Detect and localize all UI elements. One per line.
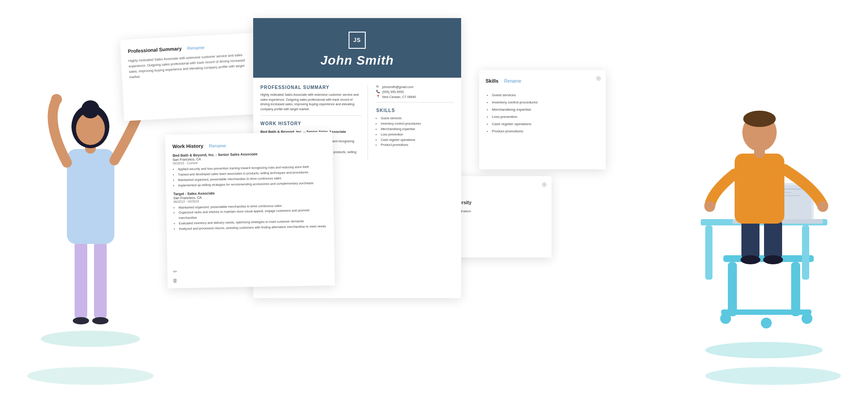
svg-point-33 [741, 255, 760, 264]
ps-section-title: Professional Summary [260, 85, 361, 90]
scene: Professional Summary Rename Highly motiv… [0, 0, 868, 412]
skill5: Cash register operations [381, 137, 454, 143]
svg-rect-16 [728, 262, 737, 316]
initials-text: JS [354, 37, 361, 43]
contact-phone: 📞 (555) 555-5555 [376, 90, 454, 94]
skills-rename-link[interactable]: Rename [504, 79, 521, 84]
skills-card: ⊕ Skills Rename Guest services Inventory… [479, 70, 606, 169]
summary-card: Professional Summary Rename Highly motiv… [120, 33, 264, 121]
skills-item-1: Guest services [492, 92, 612, 99]
svg-point-39 [817, 201, 828, 212]
svg-rect-18 [721, 309, 811, 315]
skills-item-6: Product promotions [492, 128, 612, 135]
svg-rect-32 [764, 219, 782, 260]
skills-item-3: Merchandising expertise [492, 106, 612, 113]
svg-point-21 [802, 313, 812, 324]
wh-job1-bullets: Applied security and loss prevention tra… [173, 164, 326, 188]
svg-rect-5 [67, 149, 114, 244]
work-card-title: Work History [172, 143, 203, 149]
skills-list: Guest services Inventory control procedu… [486, 89, 612, 188]
woman-shadow [27, 367, 154, 385]
resume-name: John Smith [262, 53, 452, 68]
man-shadow [705, 367, 841, 385]
skill2: Inventory control procedures [381, 121, 454, 126]
contact-location: 📍 New Canaan, CT 06840 [376, 95, 454, 98]
svg-point-20 [761, 318, 772, 328]
svg-rect-17 [791, 262, 800, 316]
svg-point-38 [743, 111, 776, 127]
main-resume-header: JS John Smith [253, 18, 461, 78]
skills-item-4: Loss prevention [492, 113, 612, 121]
skills-card-title: Skills [486, 78, 499, 84]
svg-point-19 [720, 313, 731, 324]
location-text: New Canaan, CT 06840 [382, 95, 416, 98]
svg-point-4 [92, 317, 108, 324]
svg-rect-24 [802, 225, 809, 280]
skills-move-icon[interactable]: ⊕ [596, 75, 601, 82]
man-figure [687, 59, 841, 366]
email-text: johnsmith@gmail.com [382, 85, 413, 89]
education-move-icon[interactable]: ⊕ [542, 181, 547, 188]
summary-card-text: Highly motivated Sales Associate with ex… [128, 52, 255, 80]
svg-rect-31 [741, 219, 760, 260]
resume-right-column: ✉ johnsmith@gmail.com 📞 (555) 555-5555 📍… [374, 85, 454, 160]
skill3: Merchandising expertise [381, 126, 454, 132]
svg-rect-35 [735, 154, 784, 224]
work-card-actions: ✏ 🗑 [172, 268, 179, 284]
ps-text: Highly motivated Sales Associate with ex… [260, 93, 361, 112]
work-rename-link[interactable]: Rename [209, 143, 226, 149]
svg-rect-1 [75, 239, 87, 321]
contact-email: ✉ johnsmith@gmail.com [376, 85, 454, 89]
skill4: Loss prevention [381, 132, 454, 137]
phone-text: (555) 555-5555 [382, 90, 404, 94]
svg-point-34 [763, 255, 783, 264]
skills-section-title-main: Skills [376, 108, 454, 113]
wh-job2-bullets: Maintained organized, presentable mercha… [174, 202, 327, 232]
svg-rect-2 [94, 239, 107, 321]
skill1: Guest services [381, 116, 454, 121]
skills-item-5: Cash register operations [492, 121, 612, 128]
email-icon: ✉ [376, 85, 380, 89]
skills-item-2: Inventory control procedures [492, 99, 612, 106]
svg-point-14 [705, 342, 823, 358]
svg-point-40 [704, 201, 715, 212]
svg-point-3 [73, 317, 89, 324]
svg-point-9 [81, 100, 99, 118]
svg-point-0 [41, 331, 140, 347]
work-card: Work History Rename Bed Bath & Beyond, I… [165, 132, 335, 288]
wh-section-title: Work History [260, 121, 361, 126]
phone-icon: 📞 [376, 90, 380, 94]
svg-rect-23 [705, 225, 712, 280]
summary-card-title: Professional Summary [128, 46, 182, 54]
edit-icon[interactable]: ✏ [172, 268, 178, 275]
location-icon: 📍 [376, 95, 380, 98]
initials-box: JS [349, 32, 366, 49]
skill6: Product promotions [381, 142, 454, 148]
delete-icon[interactable]: 🗑 [172, 277, 179, 284]
summary-rename-link[interactable]: Rename [187, 45, 204, 51]
svg-point-10 [51, 94, 62, 105]
